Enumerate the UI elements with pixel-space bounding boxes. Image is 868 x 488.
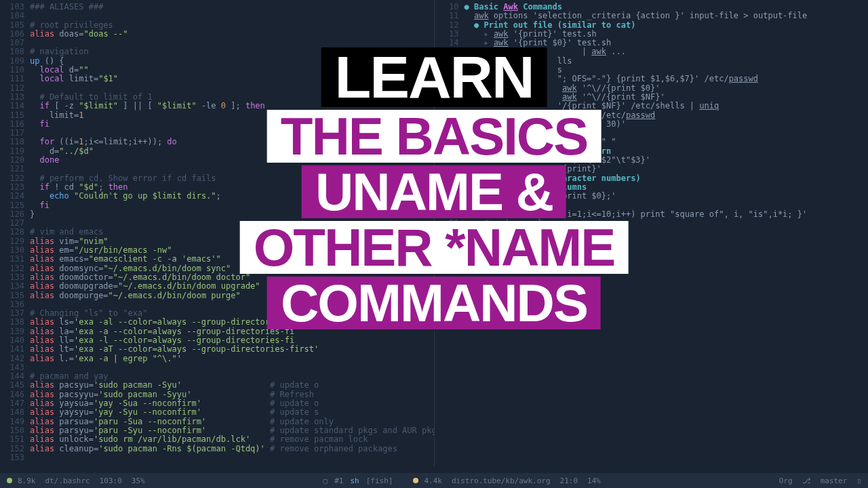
- line-number: 130: [5, 246, 24, 255]
- code-content: alias parsua='paru -Sua --noconfirm' # u…: [30, 418, 429, 426]
- line-number: 135: [5, 291, 24, 300]
- line-number: 107: [5, 39, 24, 47]
- line-number: 104: [5, 12, 24, 20]
- code-line[interactable]: 147alias yaysua='yay -Sua --noconfirm' #…: [5, 399, 429, 408]
- code-line[interactable]: 105# root privileges: [5, 21, 429, 30]
- line-number: 114: [5, 102, 24, 110]
- line-number: 122: [5, 174, 24, 183]
- line-number: 116: [5, 120, 24, 129]
- scroll-pct-left: 35%: [132, 476, 145, 485]
- code-content: ### ALIASES ###: [30, 3, 429, 12]
- line-number: 147: [5, 399, 24, 408]
- code-line[interactable]: 150alias parsyu='paru -Syu --noconfirm' …: [5, 426, 429, 435]
- branch-icon: ⎇: [802, 476, 811, 485]
- line-number: 142: [5, 354, 24, 363]
- scroll-pct-right: 14%: [587, 476, 601, 485]
- code-content: ● Print out file (similar to cat): [465, 21, 863, 30]
- line-number: 121: [5, 165, 24, 174]
- cursor-pos-right: 21:0: [560, 476, 578, 485]
- title-overlay: LEARN THE BASICS UNAME & OTHER *NAME COM…: [240, 47, 629, 329]
- code-line[interactable]: 148alias yaysyu='yay -Syu --noconfirm' #…: [5, 408, 429, 417]
- line-number: 151: [5, 435, 24, 444]
- line-number: 127: [5, 219, 24, 228]
- code-line[interactable]: 152alias cleanup='sudo pacman -Rns $(pac…: [5, 445, 429, 453]
- code-line[interactable]: 151alias unlock='sudo rm /var/lib/pacman…: [5, 435, 429, 444]
- folder-icon: ▢: [323, 476, 328, 485]
- code-content: alias cleanup='sudo pacman -Rns $(pacman…: [30, 445, 429, 453]
- code-line[interactable]: 141alias lt='exa -aT --color=always --gr…: [5, 345, 429, 354]
- line-number: 105: [5, 21, 24, 30]
- code-content: # pacman and yay: [30, 372, 429, 381]
- status-indicator-left: [7, 478, 12, 483]
- code-line[interactable]: 145alias pacsyu='sudo pacman -Syu' # upd…: [5, 381, 429, 390]
- code-line[interactable]: 143: [5, 363, 429, 372]
- line-number: 143: [5, 363, 24, 372]
- line-number: 109: [5, 57, 24, 66]
- line-number: 119: [5, 147, 24, 156]
- line-number: 144: [5, 372, 24, 381]
- statusbar: 8.9k dt/.bashrc 103:0 35% ▢ #1 sh [fish]…: [0, 473, 868, 488]
- line-number: 150: [5, 426, 24, 435]
- line-number: 140: [5, 336, 24, 345]
- line-number: 115: [5, 111, 24, 120]
- code-content: alias unlock='sudo rm /var/lib/pacman/db…: [30, 435, 429, 444]
- line-number: 132: [5, 264, 24, 273]
- line-number: 136: [5, 300, 24, 309]
- line-number: 10: [440, 3, 459, 12]
- line-number: 124: [5, 192, 24, 201]
- overlay-line-5: COMMANDS: [267, 277, 601, 329]
- code-line[interactable]: 11 awk options 'selection _criteria {act…: [440, 12, 863, 20]
- line-number: 112: [5, 84, 24, 93]
- line-number: 111: [5, 75, 24, 83]
- line-number: 133: [5, 273, 24, 282]
- line-number: 138: [5, 318, 24, 327]
- code-content: alias ll='exa -l --color=always --group-…: [30, 336, 429, 345]
- cursor-pos-left: 103:0: [100, 476, 122, 485]
- code-line[interactable]: 153: [5, 453, 429, 462]
- code-line[interactable]: 140alias ll='exa -l --color=always --gro…: [5, 336, 429, 345]
- line-number: 128: [5, 228, 24, 237]
- code-content: [30, 363, 429, 372]
- line-number: 145: [5, 381, 24, 390]
- line-number: 149: [5, 418, 24, 426]
- line-number: 131: [5, 255, 24, 264]
- code-content: ▸ awk '{print}' test.sh: [465, 30, 863, 39]
- file-path-left: dt/.bashrc: [45, 476, 90, 485]
- line-number: 123: [5, 183, 24, 192]
- line-number: 117: [5, 129, 24, 138]
- code-line[interactable]: 13 ▸ awk '{print}' test.sh: [440, 30, 863, 39]
- line-number: 11: [440, 12, 459, 20]
- code-line[interactable]: 149alias parsua='paru -Sua --noconfirm' …: [5, 418, 429, 426]
- file-path-right: distro.tube/kb/awk.org: [452, 476, 551, 485]
- line-number: 12: [440, 21, 459, 30]
- overlay-line-1: LEARN: [321, 47, 547, 107]
- code-content: alias yaysua='yay -Sua --noconfirm' # up…: [30, 399, 429, 408]
- code-line[interactable]: 144# pacman and yay: [5, 372, 429, 381]
- line-number: 137: [5, 309, 24, 318]
- code-content: ● Basic Awk Commands: [465, 3, 863, 12]
- line-number: 148: [5, 408, 24, 417]
- code-content: [30, 453, 429, 462]
- line-number: 139: [5, 327, 24, 336]
- line-number: 106: [5, 30, 24, 39]
- line-number: 146: [5, 390, 24, 399]
- line-number: 108: [5, 47, 24, 56]
- code-line[interactable]: 106alias doas="doas --": [5, 30, 429, 39]
- line-number: 120: [5, 156, 24, 165]
- code-content: [30, 12, 429, 20]
- line-number: 141: [5, 345, 24, 354]
- code-content: alias pacsyyu='sudo pacman -Syyu' # Refr…: [30, 390, 429, 399]
- code-content: awk options 'selection _criteria {action…: [465, 12, 863, 20]
- code-line[interactable]: 104: [5, 12, 429, 20]
- code-line[interactable]: 142alias l.='exa -a | egrep "^\."': [5, 354, 429, 363]
- line-number: 110: [5, 66, 24, 75]
- overlay-line-2: THE BASICS: [267, 110, 601, 163]
- line-number: 129: [5, 237, 24, 246]
- code-line[interactable]: 12 ● Print out file (similar to cat): [440, 21, 863, 30]
- code-line[interactable]: 103### ALIASES ###: [5, 3, 429, 12]
- code-line[interactable]: 10● Basic Awk Commands: [440, 3, 863, 12]
- line-number: 118: [5, 138, 24, 146]
- line-number: 113: [5, 93, 24, 102]
- code-content: alias parsyu='paru -Syu --noconfirm' # u…: [30, 426, 435, 435]
- code-line[interactable]: 146alias pacsyyu='sudo pacman -Syyu' # R…: [5, 390, 429, 399]
